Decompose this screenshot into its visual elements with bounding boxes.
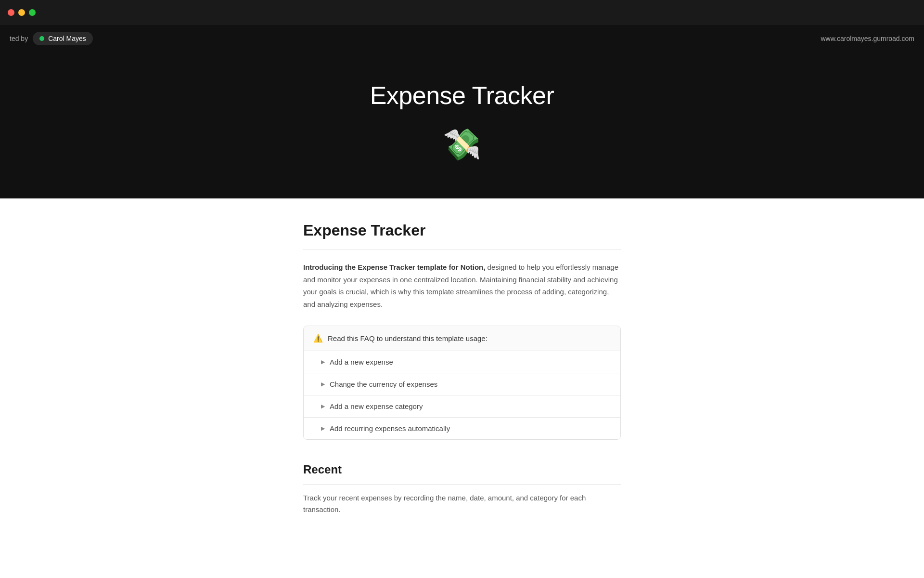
recent-section-title: Recent (303, 463, 621, 476)
faq-item-label-2: Change the currency of expenses (330, 380, 437, 388)
faq-header-text: Read this FAQ to understand this templat… (328, 334, 488, 342)
faq-item-3[interactable]: ▶ Add a new expense category (304, 395, 620, 417)
top-nav: ted by Carol Mayes www.carolmayes.gumroa… (0, 25, 924, 52)
author-name: Carol Mayes (48, 35, 86, 42)
faq-item-4[interactable]: ▶ Add recurring expenses automatically (304, 417, 620, 439)
faq-item-label-4: Add recurring expenses automatically (330, 424, 450, 433)
faq-item-2[interactable]: ▶ Change the currency of expenses (304, 373, 620, 395)
close-button[interactable] (8, 9, 14, 16)
window-chrome (0, 0, 924, 25)
page-title: Expense Tracker (303, 222, 621, 239)
minimize-button[interactable] (18, 9, 25, 16)
nav-left: ted by Carol Mayes (10, 32, 93, 45)
intro-bold: Introducing the Expense Tracker template… (303, 263, 485, 271)
maximize-button[interactable] (29, 9, 36, 16)
expand-icon-4: ▶ (321, 425, 325, 432)
expand-icon-2: ▶ (321, 381, 325, 387)
faq-item-label-1: Add a new expense (330, 358, 393, 366)
traffic-lights (8, 9, 36, 16)
recent-divider (303, 484, 621, 485)
author-badge[interactable]: Carol Mayes (33, 32, 93, 45)
warning-icon: ⚠️ (313, 334, 323, 343)
hero-section: Expense Tracker 💸 (0, 52, 924, 198)
faq-item-label-3: Add a new expense category (330, 402, 423, 410)
nav-website: www.carolmayes.gumroad.com (821, 35, 914, 42)
faq-item-1[interactable]: ▶ Add a new expense (304, 351, 620, 373)
author-online-indicator (39, 36, 44, 41)
expand-icon-1: ▶ (321, 359, 325, 365)
title-divider (303, 249, 621, 250)
recent-description: Track your recent expenses by recording … (303, 492, 621, 515)
hero-emoji: 💸 (443, 129, 481, 160)
expand-icon-3: ▶ (321, 403, 325, 409)
faq-box: ⚠️ Read this FAQ to understand this temp… (303, 326, 621, 440)
intro-paragraph: Introducing the Expense Tracker template… (303, 261, 621, 310)
main-content: Expense Tracker Introducing the Expense … (294, 198, 630, 544)
faq-header: ⚠️ Read this FAQ to understand this temp… (304, 326, 620, 351)
ted-by-label: ted by (10, 35, 28, 42)
hero-title: Expense Tracker (370, 81, 554, 110)
